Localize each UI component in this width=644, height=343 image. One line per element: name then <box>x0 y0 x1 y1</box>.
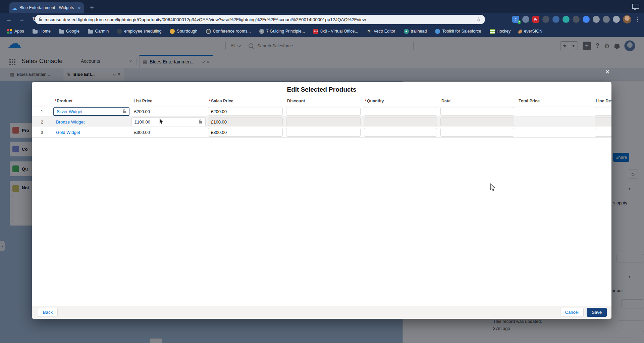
column-label: Quantity <box>367 99 384 103</box>
list-price-value: £300.00 <box>131 130 150 135</box>
bookmark-item[interactable]: Toolkit for Salesforce <box>435 29 481 34</box>
extension-icon[interactable] <box>583 16 590 23</box>
list-price-locked-cell[interactable]: £100.00 <box>131 117 206 126</box>
modal-close-icon[interactable]: × <box>605 68 610 76</box>
sales-price-input[interactable] <box>208 107 283 116</box>
product-row: 2 Bronze Widget £100.00 <box>32 117 611 127</box>
required-asterisk: * <box>209 99 211 103</box>
bookmark-item[interactable]: Google <box>59 29 79 34</box>
bookmark-star-icon[interactable]: ☆ <box>476 17 481 22</box>
quantity-input[interactable] <box>364 128 437 137</box>
line-description-input[interactable] <box>595 107 611 116</box>
discount-cell <box>284 127 362 137</box>
column-label: Discount <box>287 99 305 103</box>
date-input[interactable] <box>440 128 514 137</box>
bookmark-label: Garmin <box>95 29 109 34</box>
vectr-icon: V <box>367 29 372 34</box>
tab-close-icon[interactable]: × <box>77 5 81 10</box>
bookmark-item[interactable]: Home <box>33 29 51 34</box>
extension-icon[interactable] <box>593 16 600 23</box>
sales-price-input[interactable] <box>208 128 283 137</box>
discount-input[interactable] <box>286 107 361 116</box>
product-cell-focused[interactable]: Silver Widget <box>53 107 129 116</box>
column-header-sales-price: *Sales Price <box>206 99 284 103</box>
screen-share-icon[interactable] <box>632 4 639 9</box>
product-link[interactable]: Bronze Widget <box>52 119 85 125</box>
bookmark-item[interactable]: Garmin <box>88 29 109 34</box>
sales-price-cell <box>206 106 284 116</box>
product-link[interactable]: Gold Widget <box>52 130 80 135</box>
total-price-cell <box>516 106 593 116</box>
folder-icon <box>33 30 38 34</box>
quantity-input[interactable] <box>364 107 437 116</box>
bookmark-label: Vectr Editor <box>374 29 395 34</box>
discount-input[interactable] <box>286 117 361 126</box>
extension-tray: C7 Pr ⋮ <box>512 13 644 26</box>
bookmark-label: 8x8 - Virtual Office... <box>320 29 358 34</box>
extension-icon[interactable] <box>522 16 529 23</box>
list-price-value: £200.00 <box>131 109 150 114</box>
row-number: 1 <box>32 106 52 116</box>
column-header-total-price: Total Price <box>516 99 593 103</box>
bookmark-label: everSIGN <box>524 29 542 34</box>
line-description-cell <box>593 127 611 137</box>
save-button[interactable]: Save <box>587 308 607 317</box>
back-button[interactable]: Back <box>38 308 58 317</box>
bookmark-item[interactable]: Apps <box>7 29 24 34</box>
bookmarks-bar: Apps Home Google Garmin employee sheduli… <box>0 26 644 37</box>
line-description-input[interactable] <box>595 117 611 126</box>
back-button-icon[interactable]: ← <box>5 16 13 22</box>
extension-icon[interactable] <box>552 16 559 23</box>
bookmark-label: 7 Guiding Principle... <box>266 29 305 34</box>
extension-icon[interactable] <box>542 16 549 23</box>
cancel-button[interactable]: Cancel <box>560 308 584 317</box>
required-asterisk: * <box>55 99 56 103</box>
extension-icon[interactable]: C7 <box>512 16 519 23</box>
quantity-cell <box>362 106 439 116</box>
date-input[interactable] <box>440 107 514 116</box>
address-bar[interactable]: mscmsc-dev-ed.lightning.force.com/lightn… <box>35 15 485 24</box>
bookmark-item[interactable]: Conference rooms... <box>206 29 251 34</box>
feather-pen-icon <box>518 29 523 34</box>
total-price-cell <box>516 117 593 127</box>
bookmark-label: trailhead <box>411 29 427 34</box>
bookmark-label: Home <box>40 29 51 34</box>
bookmark-item[interactable]: ▲trailhead <box>404 29 427 34</box>
discount-input[interactable] <box>286 128 361 137</box>
extension-icon[interactable] <box>613 16 620 23</box>
bookmark-favicon-icon: › <box>259 29 264 34</box>
quantity-input[interactable] <box>364 117 437 126</box>
product-link[interactable]: Silver Widget <box>57 109 83 114</box>
browser-tab[interactable]: ☁ Blue Entertainment - Widgets | S × <box>9 2 84 13</box>
row-number: 3 <box>32 127 52 137</box>
column-header-product: *Product <box>52 99 131 103</box>
apps-grid-icon <box>7 29 12 34</box>
extension-icon[interactable] <box>603 16 610 23</box>
8x8-icon: 8x8 <box>313 29 318 34</box>
new-tab-button[interactable]: + <box>90 2 94 12</box>
bookmark-item[interactable]: employee sheduling <box>117 29 161 34</box>
bookmark-item[interactable]: 8x88x8 - Virtual Office... <box>313 29 358 34</box>
column-header-date: Date <box>439 99 516 103</box>
browser-chrome: ☁ Blue Entertainment - Widgets | S × + ←… <box>0 0 644 37</box>
browser-profile-avatar[interactable] <box>623 15 631 23</box>
bookmark-label: Conference rooms... <box>213 29 251 34</box>
extension-icon[interactable] <box>573 16 580 23</box>
bookmark-item[interactable]: ›7 Guiding Principle... <box>259 29 305 34</box>
bookmark-item[interactable]: everSIGN <box>519 29 542 34</box>
browser-menu-icon[interactable]: ⋮ <box>635 17 640 22</box>
line-description-input[interactable] <box>595 128 611 137</box>
bookmark-item[interactable]: Hockey <box>490 29 511 34</box>
bookmark-label: Apps <box>14 29 24 34</box>
url-text[interactable]: mscmsc-dev-ed.lightning.force.com/lightn… <box>45 17 473 22</box>
column-header-line-description: Line Des <box>593 99 611 103</box>
date-cell <box>439 117 516 127</box>
bookmark-label: Toolkit for Salesforce <box>442 29 481 34</box>
extension-icon[interactable]: Pr <box>532 16 539 23</box>
forward-button-icon[interactable]: → <box>18 16 25 22</box>
extension-icon[interactable] <box>562 16 570 23</box>
date-input[interactable] <box>440 117 514 126</box>
bookmark-item[interactable]: VVectr Editor <box>367 29 395 34</box>
sales-price-input[interactable] <box>208 117 283 126</box>
bookmark-item[interactable]: Sourdough <box>170 29 197 34</box>
